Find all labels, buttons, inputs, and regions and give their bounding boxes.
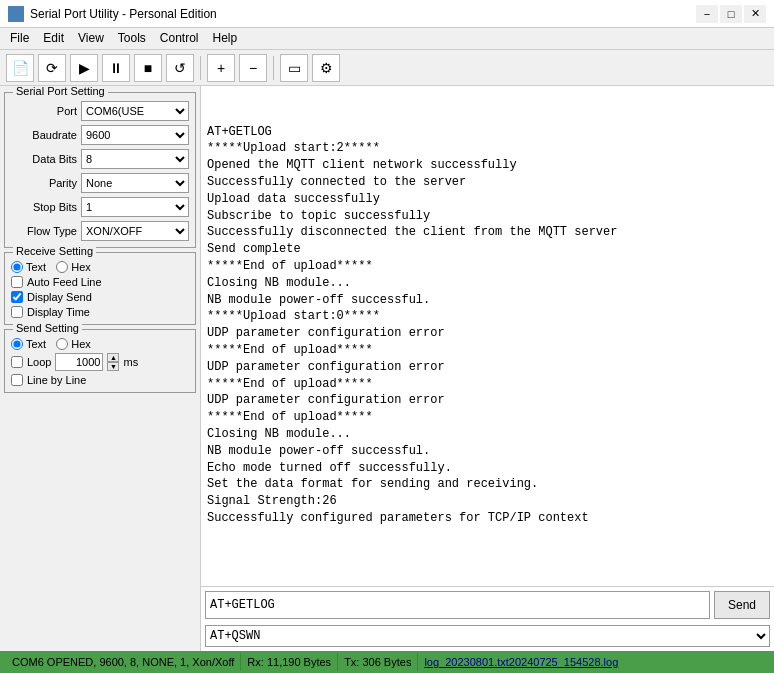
menu-bar: FileEditViewToolsControlHelp	[0, 28, 774, 50]
menu-item-file[interactable]: File	[4, 30, 35, 47]
baudrate-row: Baudrate 9600	[11, 125, 189, 145]
status-bar: COM6 OPENED, 9600, 8, NONE, 1, Xon/Xoff …	[0, 651, 774, 673]
menu-item-tools[interactable]: Tools	[112, 30, 152, 47]
toolbar-separator-2	[273, 56, 274, 80]
connection-status: COM6 OPENED, 9600, 8, NONE, 1, Xon/Xoff	[6, 653, 241, 671]
display-send-checkbox[interactable]	[11, 291, 23, 303]
loop-spin-up[interactable]: ▲	[107, 353, 119, 362]
command-dropdown[interactable]: AT+QSWN AT+GETLOG	[205, 625, 770, 647]
loop-checkbox[interactable]	[11, 356, 23, 368]
stopbits-select[interactable]: 1	[81, 197, 189, 217]
tx-status: Tx: 306 Bytes	[338, 653, 418, 671]
send-input-row: Send	[201, 587, 774, 623]
terminal-line: Echo mode turned off successfully.	[207, 460, 768, 477]
menu-item-control[interactable]: Control	[154, 30, 205, 47]
loop-spin-down[interactable]: ▼	[107, 362, 119, 371]
maximize-button[interactable]: □	[720, 5, 742, 23]
menu-item-edit[interactable]: Edit	[37, 30, 70, 47]
receive-mode-row: Text Hex	[11, 261, 189, 273]
menu-item-help[interactable]: Help	[207, 30, 244, 47]
line-by-line-checkbox[interactable]	[11, 374, 23, 386]
input-section: Send AT+QSWN AT+GETLOG	[201, 586, 774, 651]
port-label: Port	[11, 105, 77, 117]
minimize-button[interactable]: −	[696, 5, 718, 23]
port-row: Port COM6(USE	[11, 101, 189, 121]
receive-hex-label[interactable]: Hex	[56, 261, 91, 273]
settings-button[interactable]: ⚙	[312, 54, 340, 82]
line-by-line-row: Line by Line	[11, 374, 189, 386]
baudrate-select[interactable]: 9600	[81, 125, 189, 145]
send-text-radio[interactable]	[11, 338, 23, 350]
receive-hex-radio[interactable]	[56, 261, 68, 273]
parity-row: Parity None	[11, 173, 189, 193]
log-file-link[interactable]: log_20230801.txt20240725_154528.log	[418, 653, 624, 671]
send-input[interactable]	[205, 591, 710, 619]
window-button[interactable]: ▭	[280, 54, 308, 82]
terminal-output[interactable]: AT+GETLOG*****Upload start:2*****Opened …	[201, 86, 774, 586]
terminal-line: Opened the MQTT client network successfu…	[207, 157, 768, 174]
terminal-line: UDP parameter configuration error	[207, 359, 768, 376]
line-by-line-label: Line by Line	[27, 374, 86, 386]
terminal-line: Successfully connected to the server	[207, 174, 768, 191]
terminal-line: Subscribe to topic successfully	[207, 208, 768, 225]
terminal-line: UDP parameter configuration error	[207, 392, 768, 409]
terminal-line: Successfully configured parameters for T…	[207, 510, 768, 527]
terminal-line: *****Upload start:0*****	[207, 308, 768, 325]
ms-label: ms	[123, 356, 138, 368]
parity-select[interactable]: None	[81, 173, 189, 193]
stopbits-row: Stop Bits 1	[11, 197, 189, 217]
send-hex-radio[interactable]	[56, 338, 68, 350]
subtract-button[interactable]: −	[239, 54, 267, 82]
play-button[interactable]: ▶	[70, 54, 98, 82]
display-send-row: Display Send	[11, 291, 189, 303]
send-hex-label[interactable]: Hex	[56, 338, 91, 350]
send-setting-group: Send Setting Text Hex Loop 1000 ▲ ▼	[4, 329, 196, 393]
terminal-line: NB module power-off successful.	[207, 292, 768, 309]
display-time-checkbox[interactable]	[11, 306, 23, 318]
window-controls: − □ ✕	[696, 5, 766, 23]
rx-status: Rx: 11,190 Bytes	[241, 653, 338, 671]
terminal-line: Closing NB module...	[207, 275, 768, 292]
close-button[interactable]: ✕	[744, 5, 766, 23]
auto-feed-line-checkbox[interactable]	[11, 276, 23, 288]
loop-label: Loop	[27, 356, 51, 368]
refresh-button[interactable]: ↺	[166, 54, 194, 82]
serial-port-setting-group: Serial Port Setting Port COM6(USE Baudra…	[4, 92, 196, 248]
databits-row: Data Bits 8	[11, 149, 189, 169]
terminal-line: *****End of upload*****	[207, 342, 768, 359]
loop-value-input[interactable]: 1000	[55, 353, 103, 371]
new-doc-button[interactable]: 📄	[6, 54, 34, 82]
terminal-line: *****Upload start:2*****	[207, 140, 768, 157]
display-send-label: Display Send	[27, 291, 92, 303]
terminal-line: NB module power-off successful.	[207, 443, 768, 460]
baudrate-label: Baudrate	[11, 129, 77, 141]
terminal-line: *****End of upload*****	[207, 409, 768, 426]
title-bar: Serial Port Utility - Personal Edition −…	[0, 0, 774, 28]
add-button[interactable]: +	[207, 54, 235, 82]
right-panel: AT+GETLOG*****Upload start:2*****Opened …	[200, 86, 774, 651]
terminal-line: Upload data successfully	[207, 191, 768, 208]
flowtype-label: Flow Type	[11, 225, 77, 237]
flowtype-select[interactable]: XON/XOFF	[81, 221, 189, 241]
send-button[interactable]: Send	[714, 591, 770, 619]
send-setting-title: Send Setting	[13, 322, 82, 334]
receive-text-radio[interactable]	[11, 261, 23, 273]
pause-button[interactable]: ⏸	[102, 54, 130, 82]
loop-button[interactable]: ⟳	[38, 54, 66, 82]
left-panel: Serial Port Setting Port COM6(USE Baudra…	[0, 86, 200, 651]
loop-spinbox: ▲ ▼	[107, 353, 119, 371]
display-time-row: Display Time	[11, 306, 189, 318]
window-title: Serial Port Utility - Personal Edition	[30, 7, 217, 21]
stop-button[interactable]: ■	[134, 54, 162, 82]
terminal-line: AT+GETLOG	[207, 124, 768, 141]
terminal-line: Closing NB module...	[207, 426, 768, 443]
receive-text-label[interactable]: Text	[11, 261, 46, 273]
send-text-label[interactable]: Text	[11, 338, 46, 350]
databits-select[interactable]: 8	[81, 149, 189, 169]
toolbar-separator	[200, 56, 201, 80]
dropdown-row: AT+QSWN AT+GETLOG	[201, 623, 774, 651]
log-file-anchor[interactable]: log_20230801.txt20240725_154528.log	[424, 656, 618, 668]
port-select[interactable]: COM6(USE	[81, 101, 189, 121]
menu-item-view[interactable]: View	[72, 30, 110, 47]
app-icon	[8, 6, 24, 22]
